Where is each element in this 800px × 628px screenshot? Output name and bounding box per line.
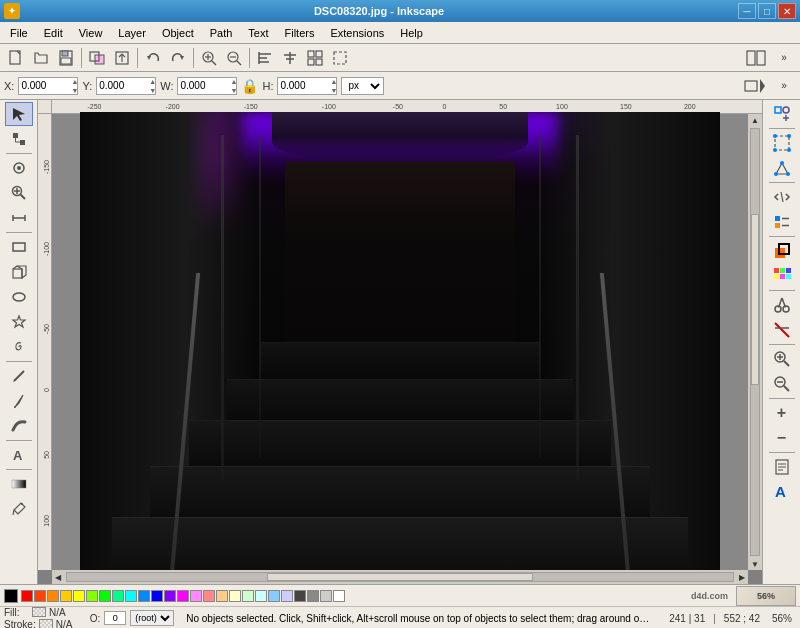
vscroll-thumb[interactable] (751, 214, 759, 384)
vertical-scrollbar[interactable]: ▲ ▼ (748, 114, 762, 570)
y-input[interactable] (99, 80, 149, 91)
black-swatch[interactable] (4, 589, 18, 603)
ungroup-button[interactable] (328, 47, 352, 69)
color-yellow-orange[interactable] (60, 590, 72, 602)
swatches-button[interactable] (768, 264, 796, 288)
color-blue[interactable] (151, 590, 163, 602)
zoom-out-canvas-button[interactable] (768, 372, 796, 396)
xml-editor-button[interactable] (768, 185, 796, 209)
text-panel-button[interactable]: A (768, 480, 796, 504)
color-dark-gray[interactable] (294, 590, 306, 602)
menu-filters[interactable]: Filters (277, 25, 323, 41)
vscroll-down-button[interactable]: ▼ (749, 558, 761, 570)
import-button[interactable] (85, 47, 109, 69)
stroke-swatch[interactable] (39, 619, 53, 628)
more-coords-button[interactable]: » (772, 75, 796, 97)
snap-enable-button[interactable] (768, 102, 796, 126)
node-tool-button[interactable] (5, 127, 33, 151)
vscroll-up-button[interactable]: ▲ (749, 114, 761, 126)
color-light-green[interactable] (242, 590, 254, 602)
color-green[interactable] (99, 590, 111, 602)
menu-extensions[interactable]: Extensions (322, 25, 392, 41)
plus-button[interactable]: + (768, 401, 796, 425)
redo-button[interactable] (166, 47, 190, 69)
objects-panel-button[interactable] (768, 210, 796, 234)
hscroll-track[interactable] (66, 572, 734, 582)
color-light-gray[interactable] (320, 590, 332, 602)
color-light-red[interactable] (203, 590, 215, 602)
spiral-tool-button[interactable] (5, 335, 33, 359)
box-tool-button[interactable] (5, 260, 33, 284)
dropper-tool-button[interactable] (5, 497, 33, 521)
menu-path[interactable]: Path (202, 25, 241, 41)
color-yellow-green[interactable] (86, 590, 98, 602)
transform-button[interactable] (740, 75, 770, 97)
color-red[interactable] (21, 590, 33, 602)
color-peach[interactable] (216, 590, 228, 602)
new-button[interactable] (4, 47, 28, 69)
more-button[interactable]: » (772, 47, 796, 69)
minimize-button[interactable]: ─ (738, 3, 756, 19)
menu-view[interactable]: View (71, 25, 111, 41)
color-light-magenta[interactable] (190, 590, 202, 602)
color-cyan[interactable] (125, 590, 137, 602)
tweak-tool-button[interactable] (5, 156, 33, 180)
horizontal-scrollbar[interactable]: ◀ ▶ (52, 570, 748, 584)
align-left-button[interactable] (253, 47, 277, 69)
text-tool-button[interactable]: A (5, 443, 33, 467)
pen-tool-button[interactable] (5, 389, 33, 413)
color-orange[interactable] (47, 590, 59, 602)
color-gray[interactable] (307, 590, 319, 602)
context-selector[interactable]: (root) (130, 610, 174, 626)
color-lavender[interactable] (281, 590, 293, 602)
align-center-button[interactable] (278, 47, 302, 69)
color-blue-cyan[interactable] (138, 590, 150, 602)
canvas-document[interactable] (80, 112, 720, 572)
canvas-area[interactable]: -250 -200 -150 -100 -50 0 50 100 150 200… (38, 100, 762, 584)
close-button[interactable]: ✕ (778, 3, 796, 19)
star-tool-button[interactable] (5, 310, 33, 334)
color-light-blue[interactable] (268, 590, 280, 602)
w-input[interactable] (180, 80, 230, 91)
view-toggle-button[interactable] (742, 47, 770, 69)
hscroll-left-button[interactable]: ◀ (52, 571, 64, 583)
zoom-canvas-button[interactable] (5, 181, 33, 205)
menu-layer[interactable]: Layer (110, 25, 154, 41)
h-input[interactable] (280, 80, 330, 91)
ellipse-tool-button[interactable] (5, 285, 33, 309)
open-button[interactable] (29, 47, 53, 69)
color-cream[interactable] (229, 590, 241, 602)
zoom-in-canvas-button[interactable] (768, 347, 796, 371)
w-spinner[interactable]: ▲▼ (230, 77, 237, 95)
color-orange-red[interactable] (34, 590, 46, 602)
save-button[interactable] (54, 47, 78, 69)
maximize-button[interactable]: □ (758, 3, 776, 19)
vscroll-track[interactable] (750, 128, 760, 556)
menu-text[interactable]: Text (240, 25, 276, 41)
menu-file[interactable]: File (2, 25, 36, 41)
pencil-tool-button[interactable] (5, 364, 33, 388)
rect-tool-button[interactable] (5, 235, 33, 259)
color-white[interactable] (333, 590, 345, 602)
opacity-input[interactable] (104, 611, 126, 625)
callig-tool-button[interactable] (5, 414, 33, 438)
zoom-out-button[interactable] (222, 47, 246, 69)
unit-selector[interactable]: px mm cm in (341, 77, 384, 95)
zoom-in-button[interactable] (197, 47, 221, 69)
h-spinner[interactable]: ▲▼ (330, 77, 337, 95)
x-input[interactable] (21, 80, 71, 91)
fill-stroke-button[interactable] (768, 239, 796, 263)
menu-help[interactable]: Help (392, 25, 431, 41)
menu-object[interactable]: Object (154, 25, 202, 41)
color-yellow[interactable] (73, 590, 85, 602)
hscroll-right-button[interactable]: ▶ (736, 571, 748, 583)
color-light-cyan[interactable] (255, 590, 267, 602)
color-magenta[interactable] (177, 590, 189, 602)
color-green-cyan[interactable] (112, 590, 124, 602)
y-spinner[interactable]: ▲▼ (149, 77, 156, 95)
measure-tool-button[interactable] (5, 206, 33, 230)
menu-edit[interactable]: Edit (36, 25, 71, 41)
page-button[interactable] (768, 455, 796, 479)
hscroll-thumb[interactable] (267, 573, 533, 581)
fill-swatch[interactable] (32, 607, 46, 617)
